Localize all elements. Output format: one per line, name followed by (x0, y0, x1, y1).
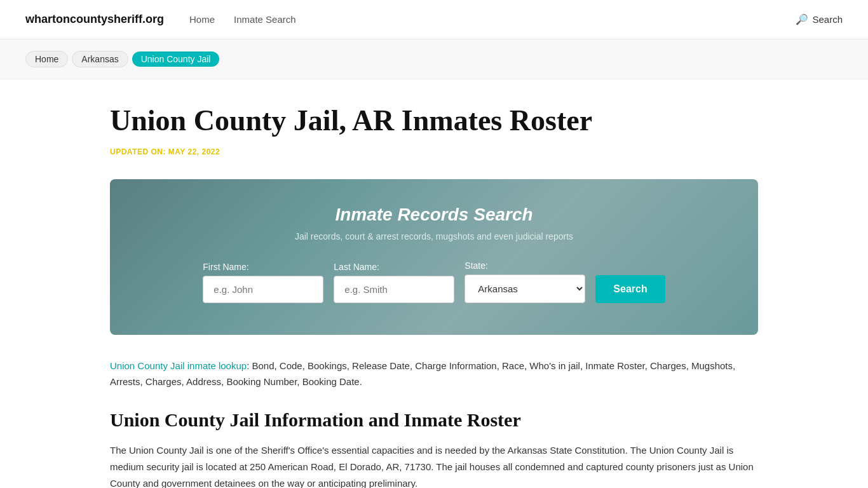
search-widget-title: Inmate Records Search (148, 205, 720, 225)
nav-inmate-search[interactable]: Inmate Search (234, 14, 296, 25)
description-text: Union County Jail inmate lookup: Bond, C… (110, 358, 758, 390)
first-name-input[interactable] (203, 276, 323, 303)
description-link[interactable]: Union County Jail inmate lookup (110, 360, 247, 371)
state-label: State: (465, 261, 488, 271)
search-button[interactable]: Search (595, 275, 665, 303)
last-name-input[interactable] (334, 276, 454, 303)
breadcrumb-union-county-jail: Union County Jail (132, 51, 220, 67)
breadcrumb-section: Home Arkansas Union County Jail (0, 39, 868, 79)
updated-on: UPDATED ON: MAY 22, 2022 (110, 147, 758, 156)
breadcrumb-active-label: Union County Jail (132, 51, 220, 67)
breadcrumb-home-link[interactable]: Home (25, 51, 68, 67)
navbar: whartoncountysheriff.org Home Inmate Sea… (0, 0, 868, 39)
last-name-group: Last Name: (334, 262, 454, 303)
search-widget: Inmate Records Search Jail records, cour… (110, 179, 758, 335)
search-icon: 🔍 (796, 13, 808, 25)
search-label: Search (812, 14, 843, 25)
search-widget-subtitle: Jail records, court & arrest records, mu… (148, 231, 720, 241)
first-name-group: First Name: (203, 262, 323, 303)
updated-prefix: UPDATED ON: (110, 147, 168, 156)
breadcrumb-home[interactable]: Home (25, 51, 68, 67)
breadcrumb-arkansas[interactable]: Arkansas (72, 51, 128, 67)
search-form: First Name: Last Name: State: Arkansas S… (148, 261, 720, 303)
site-brand[interactable]: whartoncountysheriff.org (25, 13, 164, 26)
nav-links: Home Inmate Search (189, 14, 770, 25)
section-heading: Union County Jail Information and Inmate… (110, 409, 758, 431)
navbar-search[interactable]: 🔍 Search (796, 13, 843, 25)
nav-home[interactable]: Home (189, 14, 215, 25)
state-select[interactable]: Arkansas (465, 274, 585, 303)
breadcrumb: Home Arkansas Union County Jail (25, 51, 843, 67)
state-group: State: Arkansas (465, 261, 585, 303)
page-title: Union County Jail, AR Inmates Roster (110, 105, 758, 137)
main-content: Union County Jail, AR Inmates Roster UPD… (85, 79, 783, 488)
section-body: The Union County Jail is one of the Sher… (110, 442, 758, 488)
last-name-label: Last Name: (334, 262, 379, 272)
first-name-label: First Name: (203, 262, 248, 272)
breadcrumb-arkansas-link[interactable]: Arkansas (72, 51, 128, 67)
updated-date: MAY 22, 2022 (168, 147, 220, 156)
